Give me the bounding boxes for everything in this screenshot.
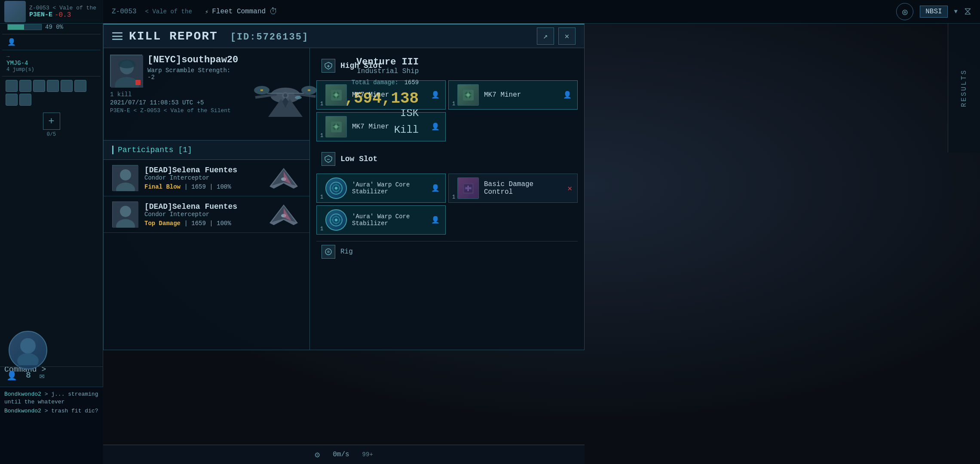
victim-info: [NEYC]southpaw20 Warp Scramble Strength:… (110, 55, 238, 136)
results-label: RESULTS (960, 69, 968, 107)
participant-2-avatar (112, 201, 138, 227)
rig-slot-label: Rig (340, 248, 353, 256)
external-link-icon: ↗ (543, 31, 548, 41)
gear-bottom-icon[interactable]: ⚙ (315, 449, 320, 460)
damage-ctrl-name: Basic Damage Control (484, 180, 564, 196)
hud-region: < Vale of the (145, 8, 192, 15)
pipe-2: | (209, 183, 217, 190)
ship-class-name: Venture III (356, 57, 419, 67)
rig-slot-icon (322, 245, 335, 259)
low-slot-header: Low Slot (316, 148, 578, 170)
miner-icon-svg-3 (329, 119, 344, 134)
svg-rect-13 (260, 89, 263, 91)
sidebar-bottom-icons: 👤 8 ✉ (0, 366, 103, 385)
miner-icon-svg-2 (461, 88, 476, 103)
participant-1-avatar-svg (113, 165, 138, 191)
damage-ctrl-icon (457, 177, 479, 199)
speed-display: 0m/s (333, 451, 349, 458)
top-damage-label: Top Damage (144, 220, 181, 227)
warp-svg-1 (329, 181, 344, 196)
clock-icon: ⏱ (269, 6, 278, 17)
participant-2-avatar-svg (113, 202, 138, 228)
hud-fleet-area: ⚡ Fleet Command ⏱ (205, 6, 278, 17)
low-slot-items-grid: 1 'Aura' Warp Core Stabilizer 👤 (316, 174, 578, 235)
left-sidebar: Z-0053 < Vale of the P3EN-E -0.3 📦 49 0%… (0, 0, 103, 464)
hamburger-line-3 (112, 39, 122, 40)
slot-item-miner-1[interactable]: 1 MK7 Miner 👤 (316, 80, 446, 110)
slot-item-miner-2[interactable]: 1 MK7 Miner 👤 (448, 80, 578, 110)
panel-header: KILL REPORT [ID:5726135] ↗ ✕ (104, 24, 584, 48)
slot-item-warp-2[interactable]: 1 'Aura' Warp Core Stabilizer 👤 (316, 205, 446, 235)
results-panel: RESULTS (948, 24, 980, 153)
damage-ctrl-svg (461, 181, 476, 196)
slot-item-miner-3[interactable]: 1 MK7 Miner 👤 (316, 112, 446, 141)
victim-avatar (110, 55, 142, 87)
warp-svg-2 (329, 213, 344, 228)
add-button[interactable]: + (43, 113, 60, 130)
participant-1-info: [DEAD]Selena Fuentes Condor Interceptor … (144, 166, 266, 190)
kill-report-panel: KILL REPORT [ID:5726135] ↗ ✕ (103, 24, 585, 350)
participant-1-avatar (112, 165, 138, 191)
warp-count-2: 1 (320, 226, 323, 232)
person-bottom-icon[interactable]: 👤 (6, 370, 17, 381)
slot-item-warp-1[interactable]: 1 'Aura' Warp Core Stabilizer 👤 (316, 174, 446, 203)
participant-2-name: [DEAD]Selena Fuentes (144, 202, 266, 211)
hud-dropdown-arrow[interactable]: ▼ (954, 8, 958, 15)
svg-point-15 (295, 96, 302, 99)
number-8-icon[interactable]: 8 (26, 370, 31, 381)
char-icon[interactable] (47, 80, 59, 92)
stat-value: 49 0% (45, 24, 63, 31)
warp-icon-2 (325, 209, 347, 231)
player-location-label: Z-0053 < Vale of the (29, 5, 96, 11)
victim-name: [NEYC]southpaw20 (147, 55, 238, 65)
participants-header: Participants [1] (104, 140, 309, 160)
percent-1: 100% (217, 183, 231, 190)
mail-icon[interactable]: ✉ (40, 370, 45, 381)
warp-name-2: 'Aura' Warp Core Stabilizer (352, 213, 431, 227)
title-text: KILL REPORT (129, 30, 218, 43)
chat-sender-2: Bondkwondo2 (4, 408, 41, 414)
svg-rect-14 (308, 89, 310, 91)
stat-bar-fill (8, 24, 24, 30)
hamburger-menu[interactable] (112, 32, 122, 40)
participant-2-ship-img (266, 203, 301, 226)
character-circle (9, 331, 47, 369)
char-icon[interactable] (74, 80, 86, 92)
fleet-command[interactable]: Fleet Command (212, 8, 266, 15)
char-icon[interactable] (61, 80, 73, 92)
miner-name-2: MK7 Miner (484, 91, 563, 99)
warp-count-1: 1 (320, 194, 323, 200)
hud-nav-circle[interactable]: ◎ (896, 3, 913, 20)
hud-top-bar: Z-0053 < Vale of the ⚡ Fleet Command ⏱ ◎… (103, 0, 980, 24)
bottom-bar: ⚙ 0m/s 99+ (103, 445, 585, 464)
participant-2-info: [DEAD]Selena Fuentes Condor Interceptor … (144, 202, 266, 227)
people-icon: 👤 (7, 38, 16, 46)
dmg-ctrl-count: 1 (452, 194, 455, 200)
stat-bar (7, 24, 42, 30)
char-icon[interactable] (6, 94, 18, 106)
ship-type: Industrial Ship (357, 67, 419, 75)
hud-filter-icon[interactable]: ⧖ (964, 6, 971, 18)
char-icon[interactable] (33, 80, 45, 92)
damage-1: 1659 (191, 183, 206, 190)
panel-controls: ↗ ✕ (537, 27, 576, 45)
chat-message-2: Bondkwondo2 > trash fit dic? (4, 407, 99, 415)
kill-datetime: 2021/07/17 11:08:53 UTC +5 (110, 99, 238, 106)
nav-item-people[interactable]: 👤 (2, 34, 101, 50)
external-link-button[interactable]: ↗ (537, 27, 554, 45)
person-icon-3: 👤 (431, 122, 440, 131)
slot-item-damage-ctrl[interactable]: 1 Basic Damage Control ✕ (448, 174, 578, 203)
char-icon[interactable] (19, 94, 31, 106)
close-button[interactable]: ✕ (558, 27, 576, 45)
victim-text-info: [NEYC]southpaw20 Warp Scramble Strength:… (147, 55, 238, 81)
participant-2-stats: Top Damage | 1659 | 100% (144, 220, 266, 227)
char-icon[interactable] (19, 80, 31, 92)
warp-name-1: 'Aura' Warp Core Stabilizer (352, 181, 431, 195)
panel-title: KILL REPORT [ID:5726135] (129, 30, 309, 43)
char-icon[interactable] (6, 80, 18, 92)
low-slot-section: Low Slot 1 (316, 148, 578, 235)
miner-icon-1 (325, 84, 347, 106)
left-panel-section: [NEYC]southpaw20 Warp Scramble Strength:… (104, 48, 310, 350)
route-jumps: 4 jump(s) (6, 67, 96, 73)
hud-nbsi[interactable]: NBSI (920, 6, 947, 18)
